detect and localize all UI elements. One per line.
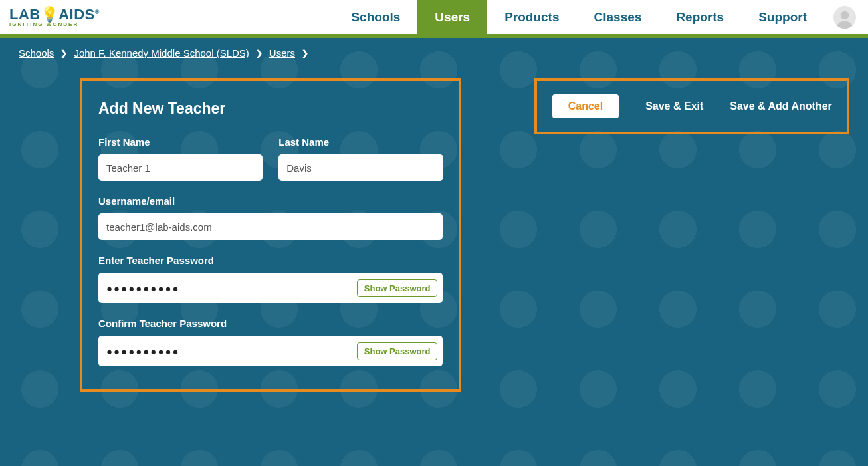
nav-classes[interactable]: Classes xyxy=(577,0,659,36)
top-header: LAB💡AIDS® IGNITING WONDER Schools Users … xyxy=(0,0,868,38)
action-bar: Cancel Save & Exit Save & Add Another xyxy=(534,78,849,134)
first-name-field: First Name xyxy=(98,136,263,181)
password-label: Enter Teacher Password xyxy=(98,255,443,266)
svg-point-0 xyxy=(841,11,849,19)
username-field: Username/email xyxy=(98,195,443,240)
password-field: Enter Teacher Password Show Password xyxy=(98,255,443,303)
breadcrumb-schools[interactable]: Schools xyxy=(19,47,54,58)
chevron-right-icon: ❯ xyxy=(60,49,67,58)
save-exit-button[interactable]: Save & Exit xyxy=(645,100,703,112)
confirm-password-field: Confirm Teacher Password Show Password xyxy=(98,318,443,366)
last-name-input[interactable] xyxy=(286,154,435,181)
show-confirm-password-button[interactable]: Show Password xyxy=(357,342,438,360)
nav-products[interactable]: Products xyxy=(487,0,576,36)
last-name-label: Last Name xyxy=(278,136,443,148)
nav-support[interactable]: Support xyxy=(741,0,824,36)
chevron-right-icon: ❯ xyxy=(302,49,308,58)
username-input[interactable] xyxy=(106,213,435,240)
person-icon xyxy=(835,9,855,29)
page-title: Add New Teacher xyxy=(98,100,443,118)
logo[interactable]: LAB💡AIDS® IGNITING WONDER xyxy=(9,7,100,27)
save-add-another-button[interactable]: Save & Add Another xyxy=(730,100,832,112)
breadcrumb-school[interactable]: John F. Kennedy Middle School (SLDS) xyxy=(74,47,249,58)
logo-text: LAB💡AIDS® xyxy=(9,7,100,22)
bulb-icon: 💡 xyxy=(41,6,59,23)
nav-users[interactable]: Users xyxy=(417,0,487,36)
first-name-label: First Name xyxy=(98,136,263,148)
breadcrumb: Schools ❯ John F. Kennedy Middle School … xyxy=(0,38,868,58)
confirm-password-label: Confirm Teacher Password xyxy=(98,318,443,329)
nav-schools[interactable]: Schools xyxy=(334,0,417,36)
show-password-button[interactable]: Show Password xyxy=(357,279,438,297)
main-nav: Schools Users Products Classes Reports S… xyxy=(334,0,824,36)
breadcrumb-users[interactable]: Users xyxy=(269,47,295,58)
cancel-button[interactable]: Cancel xyxy=(552,94,619,118)
logo-tagline: IGNITING WONDER xyxy=(9,22,100,27)
first-name-input[interactable] xyxy=(106,154,255,181)
last-name-field: Last Name xyxy=(278,136,443,181)
confirm-password-input[interactable] xyxy=(106,336,357,366)
avatar[interactable] xyxy=(833,6,856,29)
chevron-right-icon: ❯ xyxy=(256,49,263,58)
nav-reports[interactable]: Reports xyxy=(659,0,741,36)
username-label: Username/email xyxy=(98,195,443,207)
password-input[interactable] xyxy=(106,273,357,303)
add-teacher-panel: Add New Teacher First Name Last Name Use… xyxy=(80,78,461,392)
